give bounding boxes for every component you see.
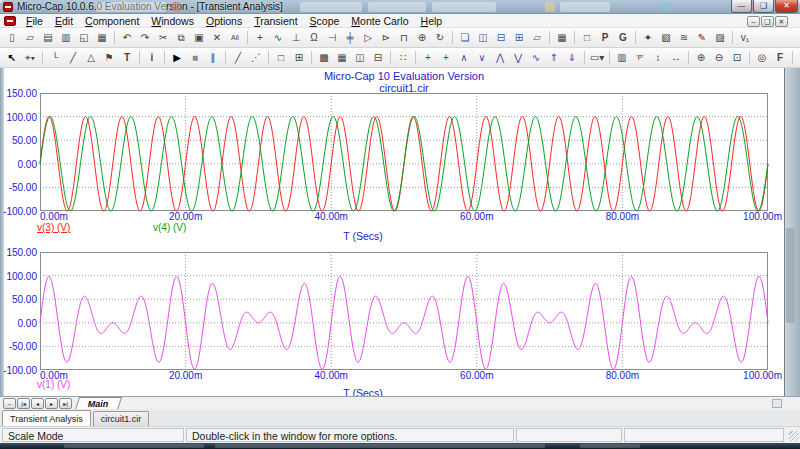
page-tab-main[interactable]: Main (75, 397, 122, 410)
menu-monte-carlo[interactable]: Monte Carlo (345, 14, 414, 28)
opamp-icon[interactable]: ⊳ (378, 29, 395, 47)
copy-graph-icon[interactable]: ⧉ (797, 49, 800, 67)
trace-legend-v(1)[interactable]: v(1) (V) (37, 379, 70, 390)
cursor-left-icon[interactable]: + (420, 49, 437, 67)
menu-options[interactable]: Options (200, 14, 248, 28)
tile-vertical-icon[interactable]: ◫ (475, 29, 492, 47)
minimize-button[interactable]: — (731, 0, 752, 13)
watch-window-icon[interactable]: ▨ (712, 29, 729, 47)
new-window-icon[interactable]: ▱ (529, 29, 546, 47)
stepping-icon[interactable]: ≋ (676, 29, 693, 47)
pulse-source-icon[interactable]: ⊓ (396, 29, 413, 47)
point-tag-icon[interactable]: ⋰ (248, 49, 265, 67)
split-vertical-icon[interactable]: ◫ (352, 49, 369, 67)
menu-component[interactable]: Component (79, 14, 145, 28)
menu-scope[interactable]: Scope (304, 14, 346, 28)
select-mode-icon[interactable]: ↖ (4, 49, 21, 67)
pause-icon[interactable]: ∥ (205, 49, 222, 67)
menu-edit[interactable]: Edit (49, 14, 79, 28)
rotate-part-icon[interactable]: ↻ (432, 29, 449, 47)
copy-icon[interactable]: ⧉ (173, 29, 190, 47)
global-low-icon[interactable]: ⋁ (510, 49, 527, 67)
tile-all-icon[interactable]: ⊞ (511, 29, 528, 47)
analysis-plot-window[interactable]: Micro-Cap 10 Evaluation Version circuit1… (0, 68, 800, 396)
save-all-icon[interactable]: ▥ (58, 29, 75, 47)
stop-icon[interactable]: ■ (187, 49, 204, 67)
fourier-icon[interactable]: F (772, 49, 789, 67)
calculator-icon[interactable]: ▦ (554, 29, 571, 47)
undo-icon[interactable]: ↶ (119, 29, 136, 47)
text-mode-icon[interactable]: T (119, 49, 136, 67)
cursor-right-icon[interactable]: + (438, 49, 455, 67)
maximize-button[interactable]: ❑ (753, 0, 774, 13)
next-page-button[interactable]: ▸ (45, 398, 58, 409)
vertical-scrollbar-thumb[interactable] (786, 228, 795, 323)
capacitor-icon[interactable]: ⊣ (324, 29, 341, 47)
mdi-minimize-button[interactable]: – (747, 16, 760, 27)
info-mode-icon[interactable]: i (144, 49, 161, 67)
black-background-plot-icon[interactable]: ▩ (316, 49, 333, 67)
one-plot-icon[interactable]: □ (273, 49, 290, 67)
previous-page-button[interactable]: ◂ (31, 398, 44, 409)
trace-legend-v(4)[interactable]: v(4) (V) (153, 222, 186, 233)
open-file-icon[interactable]: ▱ (22, 29, 39, 47)
find-component-icon[interactable]: ⌖▾ (22, 49, 39, 67)
restore-scales-icon[interactable]: ◎ (754, 49, 771, 67)
image-icon[interactable]: ▧ (658, 29, 675, 47)
go-to-top-icon[interactable]: ⇑ (546, 49, 563, 67)
data-points-icon[interactable]: ∷ (395, 49, 412, 67)
flag-mode-icon[interactable]: ⚑ (101, 49, 118, 67)
battery-icon[interactable]: ╪ (342, 29, 359, 47)
resize-grip[interactable] (789, 431, 799, 441)
show-grid-text-icon[interactable]: G (615, 29, 632, 47)
cut-icon[interactable]: ✂ (155, 29, 172, 47)
ground-icon[interactable]: ⊥ (288, 29, 305, 47)
menu-file[interactable]: File (20, 14, 49, 28)
tile-horizontal-icon[interactable]: ⊟ (493, 29, 510, 47)
window-tab-transient-analysis[interactable]: Transient Analysis (2, 410, 91, 426)
collapse-page-tabs-button[interactable]: − (3, 398, 16, 409)
redo-icon[interactable]: ↷ (137, 29, 154, 47)
global-high-icon[interactable]: ⋀ (492, 49, 509, 67)
grid-properties-icon[interactable]: ▥ (614, 49, 631, 67)
inflection-point-icon[interactable]: ∿ (528, 49, 545, 67)
resistor-icon[interactable]: Ω (306, 29, 323, 47)
zoom-in-icon[interactable]: ⊕ (693, 49, 710, 67)
properties-icon[interactable]: 'P' (632, 49, 649, 67)
cascade-windows-icon[interactable]: ❏ (457, 29, 474, 47)
diode-icon[interactable]: ▷ (360, 29, 377, 47)
run-icon[interactable]: ▶ (169, 49, 186, 67)
delete-icon[interactable]: ✕ (209, 29, 226, 47)
diagonal-wire-mode-icon[interactable]: ╱ (65, 49, 82, 67)
close-button[interactable]: ✕ (775, 0, 798, 13)
zoom-out-icon[interactable]: ⊖ (711, 49, 728, 67)
mdi-close-button[interactable]: ✕ (775, 16, 788, 27)
window-tab-circuit1-cir[interactable]: circuit1.cir (93, 411, 150, 426)
color-plot-icon[interactable]: ▦ (334, 49, 351, 67)
mdi-restore-button[interactable]: ❑ (761, 16, 774, 27)
show-part-text-icon[interactable]: P (597, 29, 614, 47)
wire-mode-icon[interactable]: └ (47, 49, 64, 67)
paste-icon[interactable]: ▣ (191, 29, 208, 47)
split-horizontal-icon[interactable]: ⊟ (370, 49, 387, 67)
vertical-scale-icon[interactable]: ↕ (650, 49, 667, 67)
probe-menu-icon[interactable]: ▭▾ (589, 49, 606, 67)
menu-help[interactable]: Help (415, 14, 449, 28)
cursor-line-icon[interactable]: ╱ (230, 49, 247, 67)
first-page-button[interactable]: |◂ (17, 398, 30, 409)
horizontal-scale-icon[interactable]: ↔ (668, 49, 685, 67)
sine-source-icon[interactable]: ∿ (270, 29, 287, 47)
component-info-icon[interactable]: ✦ (640, 29, 657, 47)
next-peak-icon[interactable]: ∧ (456, 49, 473, 67)
node-marker-icon[interactable]: ⊕ (414, 29, 431, 47)
graphics-mode-icon[interactable]: △ (83, 49, 100, 67)
trace-legend-v(3)[interactable]: v(3) (V) (37, 222, 70, 233)
go-to-bottom-icon[interactable]: ⇓ (564, 49, 581, 67)
add-wire-icon[interactable]: + (252, 29, 269, 47)
display-source-values-icon[interactable]: v₁ (737, 29, 754, 47)
select-all-icon[interactable]: All (227, 29, 244, 47)
next-valley-icon[interactable]: ∨ (474, 49, 491, 67)
print-icon[interactable]: ▦ (94, 29, 111, 47)
zoom-window-icon[interactable]: ⊡ (729, 49, 746, 67)
optimizer-icon[interactable]: ✎ (694, 29, 711, 47)
